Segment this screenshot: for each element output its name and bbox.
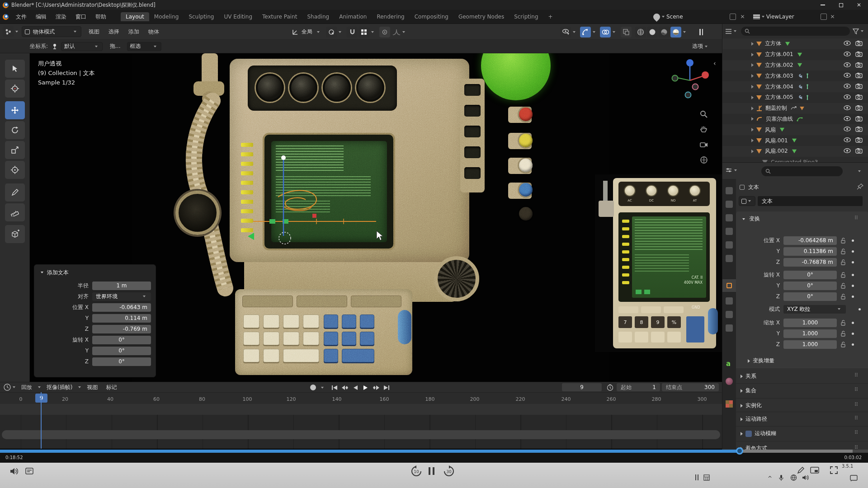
menu-help[interactable]: 帮助 <box>95 13 106 21</box>
scene-dropdown-caret[interactable] <box>662 16 665 18</box>
snap-target-icon[interactable] <box>359 27 369 38</box>
outliner-editor-icon[interactable] <box>725 28 732 34</box>
location-y-field[interactable]: 0.114 m <box>92 314 151 323</box>
viewport-3d[interactable]: 用户透视 (9) Collection | 文本 Sample 1/32 AC … <box>0 53 722 382</box>
tab-data-icon[interactable]: a <box>726 360 731 368</box>
outliner-item[interactable]: 风扇 <box>722 124 868 135</box>
prop-loc-z[interactable]: -0.76878 m <box>783 258 837 267</box>
rotation-mode-dropdown[interactable]: XYZ 欧拉 <box>783 305 846 314</box>
video-seekbar[interactable] <box>0 450 868 453</box>
prop-loc-y[interactable]: 0.11386 m <box>783 247 837 256</box>
play-button[interactable] <box>360 384 371 391</box>
outliner-search-input[interactable] <box>741 27 850 36</box>
pip-icon[interactable] <box>810 467 819 474</box>
outliner-item[interactable]: 立方体.003 <box>722 70 868 81</box>
blender-menu-icon[interactable] <box>3 14 9 20</box>
menu-file[interactable]: 文件 <box>16 13 27 21</box>
tab-scene-icon[interactable] <box>726 241 733 249</box>
skip-back-button[interactable]: 10 <box>410 465 422 477</box>
tool-transform[interactable] <box>5 161 25 179</box>
orientation-dropdown[interactable]: 全局 <box>302 28 312 36</box>
timeline-menu-keying[interactable]: 抠像(插帧) <box>47 384 72 391</box>
breadcrumb-object[interactable]: 文本 <box>748 183 759 191</box>
tab-viewlayer-icon[interactable] <box>726 228 733 235</box>
tab-layout[interactable]: Layout <box>121 12 149 21</box>
tab-texture-icon[interactable] <box>726 400 733 408</box>
edit-pencil-icon[interactable] <box>797 466 805 474</box>
input-method-icon[interactable] <box>703 474 710 481</box>
shading-rendered-icon[interactable] <box>670 27 681 38</box>
snap-magnet-icon[interactable] <box>347 27 358 38</box>
tool-cursor[interactable] <box>5 80 25 98</box>
prop-scale-y[interactable]: 1.000 <box>783 329 837 338</box>
tab-geometry-nodes[interactable]: Geometry Nodes <box>453 12 509 21</box>
pivot-point-icon[interactable] <box>326 27 337 38</box>
outliner-filter-icon[interactable] <box>853 28 859 34</box>
timeline-scrollbar[interactable] <box>2 430 720 439</box>
pause-button[interactable] <box>429 467 434 475</box>
drag-label[interactable]: 拖... <box>110 42 120 50</box>
fullscreen-icon[interactable] <box>830 466 838 474</box>
add-workspace-button[interactable]: + <box>543 12 558 21</box>
properties-editor-icon[interactable] <box>725 167 739 174</box>
properties-search-input[interactable] <box>761 166 843 176</box>
tool-rotate[interactable] <box>5 121 25 139</box>
menu-view[interactable]: 视图 <box>89 28 99 36</box>
rotation-z-field[interactable]: 0° <box>92 357 151 366</box>
coord-default-dropdown[interactable]: 默认 <box>61 42 103 51</box>
outliner-item[interactable]: 翻盖控制 <box>722 103 868 114</box>
proportional-editing-icon[interactable] <box>379 27 390 38</box>
show-gizmo-icon[interactable] <box>580 27 591 38</box>
timeline-menu-view[interactable]: 视图 <box>87 384 98 391</box>
panel-transform-delta[interactable]: 变换增量 <box>748 357 774 365</box>
object-name-field[interactable]: 文本 <box>758 196 863 206</box>
tab-physics-icon[interactable] <box>726 311 733 318</box>
tab-texture-paint[interactable]: Texture Paint <box>257 12 302 21</box>
prop-scale-x[interactable]: 1.000 <box>783 319 837 327</box>
outliner-item[interactable]: Corrugated Pipe3 <box>722 157 868 163</box>
options-dropdown[interactable]: 选项 <box>692 42 709 50</box>
mode-dropdown[interactable]: 物体模式 <box>22 26 81 37</box>
remove-viewlayer-icon[interactable]: ✕ <box>830 14 835 20</box>
timeline-editor-icon[interactable] <box>4 384 17 391</box>
minimize-button[interactable] <box>814 0 832 10</box>
outliner-item[interactable]: 立方体.004 <box>722 81 868 92</box>
scene-selector[interactable]: Scene <box>666 14 683 20</box>
panel-collections[interactable]: 集合 <box>741 387 756 394</box>
pan-view-icon[interactable] <box>698 123 710 135</box>
frame-end-field[interactable]: 结束点300 <box>662 383 719 391</box>
outliner-item[interactable]: 风扇.001 <box>722 135 868 146</box>
tab-uv-editing[interactable]: UV Editing <box>219 12 257 21</box>
tab-render-icon[interactable] <box>726 201 733 208</box>
ortho-toggle-icon[interactable] <box>698 154 710 166</box>
zoom-view-icon[interactable] <box>698 108 710 120</box>
shading-material-icon[interactable] <box>659 27 670 38</box>
prop-loc-x[interactable]: -0.064268 m <box>783 236 837 245</box>
tab-tool-icon[interactable] <box>726 187 733 194</box>
timeline-tracks[interactable] <box>0 404 722 449</box>
maximize-button[interactable] <box>832 0 850 10</box>
tool-measure[interactable] <box>5 203 25 221</box>
show-overlays-icon[interactable] <box>600 27 611 38</box>
play-reverse-button[interactable] <box>350 384 360 391</box>
tray-expand-icon[interactable]: ^ <box>768 475 772 482</box>
xray-toggle-icon[interactable] <box>621 27 632 38</box>
rotation-x-field[interactable]: 0° <box>92 336 151 344</box>
rotation-y-field[interactable]: 0° <box>92 347 151 355</box>
align-dropdown[interactable]: 世界环境 <box>92 292 151 301</box>
selectability-visibility-icon[interactable] <box>560 27 571 38</box>
new-viewlayer-icon[interactable] <box>821 14 827 20</box>
prop-scale-z[interactable]: 1.000 <box>783 340 837 349</box>
tab-sculpting[interactable]: Sculpting <box>184 12 219 21</box>
outliner-item[interactable]: 风扇.002 <box>722 146 868 157</box>
new-scene-icon[interactable] <box>730 14 736 20</box>
outliner-item[interactable]: 立方体.001 <box>722 49 868 60</box>
tool-scale[interactable] <box>5 141 25 159</box>
volume-icon[interactable] <box>10 467 19 475</box>
tab-scripting[interactable]: Scripting <box>509 12 543 21</box>
timeline-menu-marker[interactable]: 标记 <box>106 384 117 391</box>
use-preview-range-icon[interactable] <box>607 384 613 391</box>
playhead-line[interactable] <box>41 392 42 449</box>
timeline-menu-playback[interactable]: 回放 <box>21 384 32 391</box>
navigation-gizmo[interactable] <box>668 57 713 102</box>
